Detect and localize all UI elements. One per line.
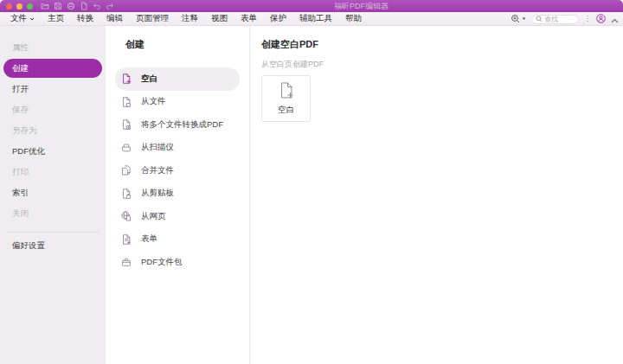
sidebar-item-save-as: 另存为 bbox=[0, 120, 106, 141]
menu-bar: 文件 主页 转换 编辑 页面管理 注释 视图 表单 保护 辅助工具 帮助 查找 … bbox=[0, 12, 623, 26]
combine-files-icon bbox=[120, 164, 132, 176]
create-item-label: 从剪贴板 bbox=[141, 188, 174, 199]
save-icon[interactable] bbox=[54, 2, 62, 10]
create-item-pdf-portfolio[interactable]: PDF文件包 bbox=[115, 251, 240, 274]
from-scanner-icon bbox=[120, 142, 132, 154]
create-item-label: 表单 bbox=[141, 233, 157, 245]
sidebar-item-properties: 属性 bbox=[0, 37, 106, 58]
sidebar-item-create[interactable]: 创建 bbox=[3, 59, 102, 78]
window-title: 福昕PDF编辑器 bbox=[334, 0, 389, 12]
search-input[interactable]: 查找 bbox=[531, 15, 579, 24]
traffic-lights bbox=[6, 3, 33, 10]
sidebar-item-print: 打印 bbox=[0, 162, 106, 182]
menu-bar-right-group: 查找 ⋮ bbox=[511, 12, 619, 26]
blank-pdf-card[interactable]: 空白 bbox=[261, 75, 311, 122]
create-item-label: 从文件 bbox=[141, 96, 166, 107]
create-item-multi-files-to-pdf[interactable]: 将多个文件转换成PDF bbox=[115, 113, 240, 137]
from-file-icon bbox=[120, 96, 132, 108]
dropdown-caret-icon bbox=[522, 17, 526, 21]
menu-item-protect[interactable]: 保护 bbox=[270, 13, 286, 24]
create-item-from-webpage[interactable]: 从网页 bbox=[115, 205, 240, 228]
sidebar-item-close: 关闭 bbox=[0, 203, 106, 224]
title-bar: 福昕PDF编辑器 bbox=[0, 0, 623, 12]
file-menu-sidebar: 属性 创建 打开 保存 另存为 PDF优化 打印 索引 关闭 偏好设置 bbox=[0, 26, 106, 364]
more-options-icon[interactable]: ⋮ bbox=[584, 15, 591, 23]
create-item-label: 从扫描仪 bbox=[141, 142, 174, 153]
fullscreen-window-icon[interactable] bbox=[27, 3, 33, 10]
sidebar-divider bbox=[7, 232, 99, 233]
menu-item-file-label: 文件 bbox=[10, 13, 27, 24]
create-item-label: PDF文件包 bbox=[141, 257, 183, 268]
detail-panel: 创建空白PDF 从空白页创建PDF 空白 bbox=[251, 26, 623, 364]
create-item-blank[interactable]: 空白 bbox=[115, 67, 240, 91]
create-item-label: 将多个文件转换成PDF bbox=[141, 119, 223, 131]
pdf-portfolio-icon bbox=[120, 256, 132, 268]
collapse-ribbon-icon[interactable] bbox=[611, 11, 619, 27]
account-icon[interactable] bbox=[596, 11, 606, 27]
create-panel-title: 创建 bbox=[125, 38, 249, 51]
sidebar-item-preferences[interactable]: 偏好设置 bbox=[0, 235, 106, 256]
create-item-form[interactable]: 表单 bbox=[115, 228, 240, 252]
search-icon bbox=[536, 16, 543, 22]
menu-item-file[interactable]: 文件 bbox=[10, 13, 35, 24]
blank-card-label: 空白 bbox=[278, 105, 294, 116]
sidebar-item-index[interactable]: 索引 bbox=[0, 182, 106, 203]
from-webpage-icon bbox=[120, 210, 132, 222]
sidebar-item-pdf-optimize[interactable]: PDF优化 bbox=[0, 141, 106, 162]
create-item-from-clipboard[interactable]: 从剪贴板 bbox=[115, 182, 240, 206]
menu-item-form[interactable]: 表单 bbox=[241, 13, 257, 24]
undo-icon[interactable] bbox=[93, 2, 101, 10]
create-item-from-scanner[interactable]: 从扫描仪 bbox=[115, 137, 240, 160]
menu-item-comment[interactable]: 注释 bbox=[182, 13, 198, 24]
quick-access-toolbar bbox=[41, 2, 114, 10]
new-document-icon[interactable] bbox=[80, 2, 88, 10]
sidebar-item-open[interactable]: 打开 bbox=[0, 79, 106, 99]
blank-page-plus-icon bbox=[120, 73, 132, 85]
create-options-list: 空白 从文件 将多个文件转换成PDF bbox=[106, 67, 249, 274]
open-folder-icon[interactable] bbox=[41, 2, 49, 10]
menu-item-home[interactable]: 主页 bbox=[48, 13, 64, 24]
detail-panel-title: 创建空白PDF bbox=[261, 38, 623, 51]
print-icon[interactable] bbox=[67, 2, 75, 10]
blank-page-plus-icon bbox=[278, 81, 295, 100]
redo-icon[interactable] bbox=[106, 2, 114, 10]
search-placeholder: 查找 bbox=[544, 15, 558, 24]
multiple-files-to-pdf-icon bbox=[120, 118, 132, 131]
create-item-label: 合并文件 bbox=[141, 165, 174, 176]
create-item-label: 从网页 bbox=[141, 211, 166, 222]
close-window-icon[interactable] bbox=[6, 3, 12, 10]
create-item-from-file[interactable]: 从文件 bbox=[115, 91, 240, 114]
menu-item-organize[interactable]: 页面管理 bbox=[136, 13, 169, 24]
menu-item-view[interactable]: 视图 bbox=[211, 13, 228, 24]
menu-item-help[interactable]: 帮助 bbox=[345, 13, 362, 24]
create-item-combine-files[interactable]: 合并文件 bbox=[115, 159, 240, 182]
minimize-window-icon[interactable] bbox=[16, 3, 22, 10]
create-item-label: 空白 bbox=[141, 73, 157, 85]
chevron-down-icon bbox=[29, 17, 35, 21]
menu-item-edit[interactable]: 编辑 bbox=[106, 13, 123, 24]
menu-item-assist-tools[interactable]: 辅助工具 bbox=[299, 13, 332, 24]
menu-item-convert[interactable]: 转换 bbox=[77, 13, 93, 24]
create-panel: 创建 空白 从文件 将多个 bbox=[106, 26, 250, 364]
detail-panel-subtitle: 从空白页创建PDF bbox=[261, 59, 623, 70]
find-replace-icon[interactable] bbox=[511, 14, 526, 24]
form-icon bbox=[120, 233, 132, 246]
sidebar-item-save: 保存 bbox=[0, 99, 106, 120]
app-window: 福昕PDF编辑器 文件 主页 转换 编辑 页面管理 注释 视图 表单 保护 辅助… bbox=[0, 0, 623, 364]
from-clipboard-icon bbox=[120, 188, 132, 200]
